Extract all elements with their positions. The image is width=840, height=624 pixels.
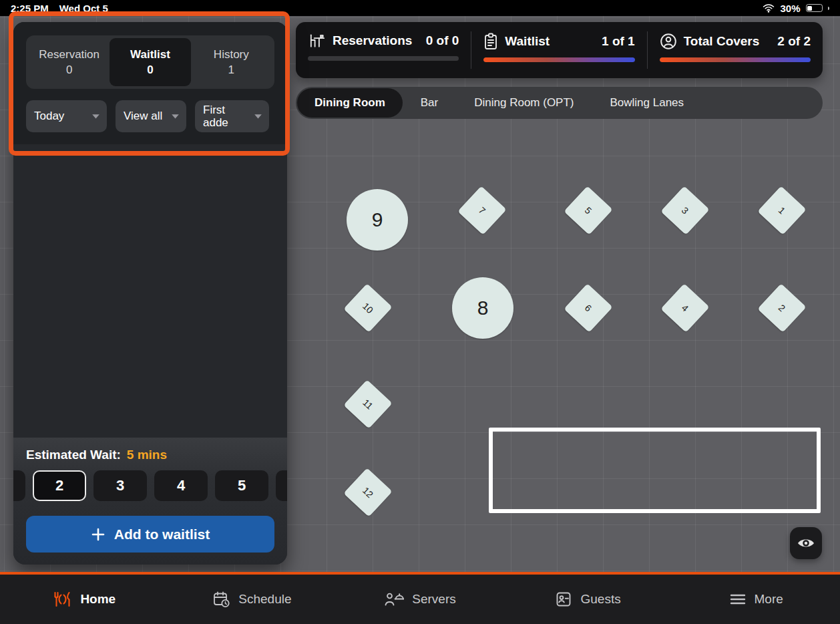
room-tab-dining-room-opt[interactable]: Dining Room (OPT) <box>456 87 592 119</box>
stat-row: Waitlist1 of 1 <box>483 33 634 50</box>
room-tab-dining-room[interactable]: Dining Room <box>297 88 403 118</box>
chevron-down-icon <box>91 114 100 120</box>
filter-label: View all <box>124 110 162 122</box>
table-9[interactable]: 9 <box>347 189 408 251</box>
add-to-waitlist-button[interactable]: Add to waitlist <box>26 516 274 553</box>
waitlist-panel: Reservation0Waitlist0History1 TodayView … <box>13 22 287 565</box>
stat-value: 0 of 0 <box>426 33 459 48</box>
table-7[interactable]: 7 <box>457 186 506 235</box>
stat-progress-fill <box>483 57 634 62</box>
table-number: 11 <box>361 397 375 412</box>
stat-label: Waitlist <box>505 34 550 49</box>
stat-reservations[interactable]: Reservations0 of 0 <box>296 22 471 78</box>
battery-percent: 30% <box>780 3 800 14</box>
nav-label: Servers <box>412 592 455 607</box>
floor-outline <box>489 428 821 513</box>
table-number: 1 <box>777 204 788 216</box>
room-tab-bar[interactable]: Bar <box>403 87 456 119</box>
servers-icon <box>384 591 404 607</box>
nav-schedule[interactable]: Schedule <box>168 575 337 624</box>
party-size-overflow-right[interactable] <box>276 470 287 501</box>
filter-label: First adde <box>203 104 250 129</box>
table-10[interactable]: 10 <box>343 283 392 332</box>
nav-label: Guests <box>580 592 620 607</box>
stat-progress-bar <box>483 57 634 62</box>
table-4[interactable]: 4 <box>660 283 709 332</box>
toggle-view-button[interactable] <box>790 527 822 559</box>
room-tabs-bar: Dining RoomBarDining Room (OPT)Bowling L… <box>296 87 823 119</box>
table-6[interactable]: 6 <box>564 283 612 332</box>
waitlist-empty-area <box>13 144 287 438</box>
party-size-5[interactable]: 5 <box>215 470 268 501</box>
party-size-strip[interactable]: 2345 <box>13 470 287 501</box>
table-number: 3 <box>680 204 691 216</box>
add-to-waitlist-label: Add to waitlist <box>114 526 210 542</box>
filter-view-all[interactable]: View all <box>116 100 186 132</box>
nav-more[interactable]: More <box>672 575 840 624</box>
table-number: 12 <box>361 485 375 500</box>
bottom-nav: HomeScheduleServersGuestsMore <box>0 572 840 624</box>
stat-value: 2 of 2 <box>777 34 811 49</box>
tab-reservation[interactable]: Reservation0 <box>29 38 110 86</box>
reservations-icon <box>308 33 326 49</box>
stat-waitlist[interactable]: Waitlist1 of 1 <box>471 22 646 78</box>
stat-progress-bar <box>660 57 811 62</box>
nav-label: More <box>755 592 783 607</box>
nav-guests[interactable]: Guests <box>504 575 672 624</box>
table-number: 5 <box>583 204 594 216</box>
party-size-3[interactable]: 3 <box>93 470 147 501</box>
stat-label: Reservations <box>333 33 412 48</box>
home-icon <box>52 591 72 608</box>
stat-row: Total Covers2 of 2 <box>660 33 811 50</box>
party-size-overflow-left[interactable] <box>13 470 25 501</box>
chevron-down-icon <box>254 114 262 120</box>
table-8[interactable]: 8 <box>452 277 513 339</box>
estimated-wait-value: 5 mins <box>127 448 167 462</box>
nav-home[interactable]: Home <box>0 575 168 624</box>
table-1[interactable]: 1 <box>757 186 806 235</box>
tab-count: 0 <box>66 63 72 77</box>
filter-first-adde[interactable]: First adde <box>195 100 269 132</box>
table-2[interactable]: 2 <box>757 283 806 332</box>
table-number: 8 <box>477 297 489 319</box>
tab-label: Reservation <box>39 47 99 61</box>
panel-header: Reservation0Waitlist0History1 TodayView … <box>13 22 287 144</box>
party-size-4[interactable]: 4 <box>154 470 208 501</box>
stat-value: 1 of 1 <box>602 34 635 49</box>
table-3[interactable]: 3 <box>660 186 709 235</box>
nav-label: Home <box>80 592 116 607</box>
table-12[interactable]: 12 <box>343 468 392 516</box>
table-number: 6 <box>583 302 594 313</box>
room-tab-bowling-lanes[interactable]: Bowling Lanes <box>592 87 702 119</box>
tab-label: History <box>214 47 249 61</box>
tab-history[interactable]: History1 <box>191 38 272 86</box>
table-number: 10 <box>361 301 375 315</box>
table-number: 9 <box>372 208 383 231</box>
table-5[interactable]: 5 <box>564 186 612 235</box>
estimated-wait-row: Estimated Wait:5 mins <box>13 448 287 462</box>
stat-label: Total Covers <box>684 34 760 49</box>
tab-waitlist[interactable]: Waitlist0 <box>110 38 190 86</box>
table-11[interactable]: 11 <box>343 379 392 428</box>
table-number: 4 <box>680 302 691 313</box>
battery-fill <box>807 6 812 11</box>
chevron-down-icon <box>171 114 180 120</box>
tab-count: 1 <box>228 63 234 77</box>
stat-total-covers[interactable]: Total Covers2 of 2 <box>648 22 823 78</box>
schedule-icon <box>212 591 230 608</box>
wifi-icon <box>763 4 775 13</box>
tab-count: 0 <box>147 63 153 77</box>
filter-today[interactable]: Today <box>26 100 107 132</box>
plus-icon <box>91 527 106 542</box>
table-number: 2 <box>777 302 788 313</box>
nav-servers[interactable]: Servers <box>336 575 504 624</box>
tab-label: Waitlist <box>130 47 170 61</box>
stat-progress-fill <box>660 57 811 62</box>
party-size-2[interactable]: 2 <box>33 470 86 501</box>
status-date: Wed Oct 5 <box>59 3 108 14</box>
status-bar: 2:25 PM Wed Oct 5 30% <box>0 0 840 16</box>
waitlist-icon <box>483 33 498 50</box>
covers-icon <box>660 33 677 50</box>
table-number: 7 <box>477 204 488 216</box>
filter-row: TodayView allFirst adde <box>26 100 274 132</box>
